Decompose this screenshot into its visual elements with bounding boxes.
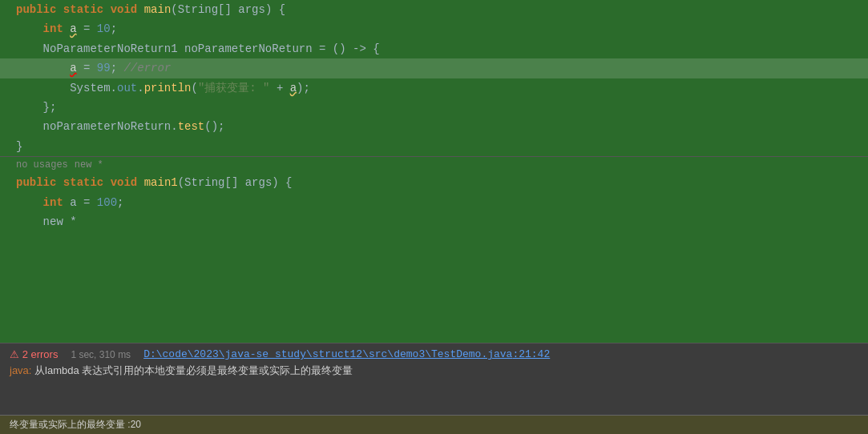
method-println: println [144, 79, 192, 97]
keyword-void2: void [111, 174, 138, 191]
code-line-6: }; [0, 98, 868, 117]
method-main1: main1 [144, 174, 178, 191]
number-99: 99 [97, 59, 111, 77]
code-line-new: new * [0, 212, 868, 231]
code-line-1: public static void main(String[] args) { [0, 0, 868, 19]
number-10: 10 [97, 20, 111, 38]
code-editor: public static void main(String[] args) {… [0, 0, 868, 343]
keyword-int2: int [43, 194, 63, 211]
code-line-8: } [0, 137, 868, 156]
var-a-ref: a [290, 79, 297, 97]
keyword-public: public [16, 1, 56, 18]
keyword-void: void [111, 1, 138, 18]
method-name-main: main [144, 1, 172, 18]
error-link[interactable]: D:\code\2023\java-se_study\struct12\src\… [143, 348, 550, 360]
var-a-error: a [70, 59, 76, 77]
error-message-cn: 从lambda 表达式引用的本地变量必须是最终变量或实际上的最终变量 [34, 364, 353, 376]
keyword-static: static [63, 1, 103, 18]
keyword-int: int [43, 20, 63, 38]
error-prefix: java: [10, 364, 31, 376]
field-out: out [117, 79, 137, 97]
keyword-static2: static [63, 174, 103, 191]
new-star-label: new * [75, 159, 103, 171]
arrow-operator: -> [353, 40, 366, 58]
status-bar: 终变量或实际上的最终变量 :20 [0, 415, 868, 434]
code-line-4: a = 99; //error [0, 58, 868, 78]
code-line-3: NoParameterNoReturn1 noParameterNoReturn… [0, 39, 868, 58]
error-description-line: java: 从lambda 表达式引用的本地变量必须是最终变量或实际上的最终变量 [10, 364, 858, 378]
comment-error: //error [123, 59, 171, 77]
timing-label: 1 sec, 310 ms [71, 349, 131, 360]
code-line-5: System.out.println("捕获变量: " + a); [0, 78, 868, 98]
error-panel: ⚠ 2 errors 1 sec, 310 ms D:\code\2023\ja… [0, 343, 868, 415]
errors-count: ⚠ 2 errors [10, 348, 58, 360]
var-a: a [70, 20, 76, 38]
string-literal: "捕获变量: " [198, 79, 270, 97]
number-100: 100 [97, 194, 117, 211]
method-test: test [178, 118, 205, 135]
code-line-7: noParameterNoReturn.test(); [0, 117, 868, 136]
status-text: 终变量或实际上的最终变量 :20 [10, 419, 141, 430]
keyword-public2: public [16, 174, 56, 191]
error-bar-top: ⚠ 2 errors 1 sec, 310 ms D:\code\2023\ja… [10, 348, 858, 360]
no-usages-label: no usages [16, 159, 68, 171]
code-line-main1: public static void main1(String[] args) … [0, 173, 868, 192]
code-line-2: int a = 10; [0, 19, 868, 38]
code-line-int-100: int a = 100; [0, 193, 868, 212]
no-usages-bar: no usages new * [0, 157, 868, 173]
